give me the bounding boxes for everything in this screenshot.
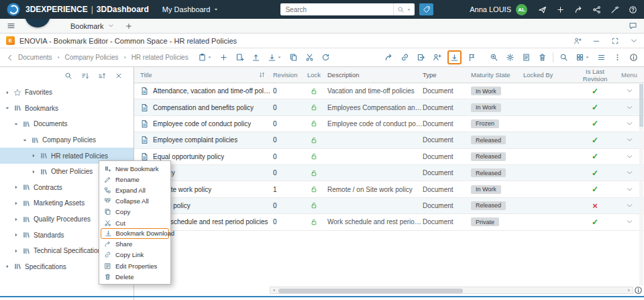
document-title[interactable]: Compensation and benefits policy — [153, 104, 254, 111]
column-header-type[interactable]: Type — [423, 71, 471, 79]
tree-item-documents[interactable]: Documents — [0, 116, 133, 132]
sort-desc-icon[interactable] — [98, 72, 106, 80]
grid-view-button[interactable] — [576, 53, 590, 62]
menu-item-share[interactable]: Share — [99, 239, 170, 250]
caret-right-icon[interactable] — [31, 153, 36, 158]
row-menu-button[interactable] — [626, 87, 633, 95]
copy-button[interactable] — [289, 53, 298, 62]
caret-down-icon[interactable] — [13, 121, 19, 127]
menu-dots-button[interactable] — [613, 53, 622, 62]
menu-item-cut[interactable]: Cut — [99, 217, 170, 228]
minimize-icon[interactable] — [592, 37, 600, 45]
search-input[interactable] — [280, 3, 393, 15]
dashboard-switcher[interactable]: My Dashboard — [162, 5, 219, 13]
document-title[interactable]: Employee complaint policies — [153, 136, 237, 144]
row-menu-button[interactable] — [626, 169, 633, 177]
caret-right-icon[interactable] — [13, 185, 19, 190]
row-menu-button[interactable] — [626, 153, 633, 160]
row-menu-button[interactable] — [626, 120, 633, 128]
trash-button[interactable] — [538, 53, 547, 62]
close-icon[interactable] — [115, 72, 123, 80]
table-row[interactable]: Employee complaint policies0DocumentRele… — [134, 132, 644, 148]
user-name[interactable]: Anna LOUIS — [470, 5, 511, 13]
table-row[interactable]: Privacy0DocumentReleased✓ — [134, 165, 644, 181]
add-tab-button[interactable] — [125, 22, 133, 30]
row-menu-button[interactable] — [626, 104, 633, 111]
lock-open-icon[interactable] — [310, 152, 318, 160]
caret-right-icon[interactable] — [13, 217, 19, 222]
caret-right-icon[interactable] — [31, 169, 36, 174]
fullscreen-icon[interactable] — [611, 37, 619, 45]
caret-down-icon[interactable] — [5, 105, 10, 111]
export-button[interactable] — [417, 53, 425, 62]
refresh-button[interactable] — [321, 53, 330, 62]
menu-item-bookmark-download[interactable]: Bookmark Download — [101, 228, 169, 239]
menu-item-collapse-all[interactable]: Collapse All — [99, 196, 170, 207]
chevron-down-icon[interactable] — [630, 37, 638, 45]
lock-open-icon[interactable] — [310, 87, 318, 95]
lock-open-icon[interactable] — [310, 136, 318, 144]
breadcrumb-item-documents[interactable]: Documents — [18, 54, 52, 61]
document-title[interactable]: Attendance, vacation and time-off polici… — [153, 87, 271, 95]
caret-right-icon[interactable] — [5, 90, 10, 95]
row-menu-button[interactable] — [626, 218, 633, 226]
scroll-left-icon[interactable] — [272, 288, 276, 293]
caret-right-icon[interactable] — [13, 232, 19, 238]
share-icon[interactable] — [574, 5, 583, 14]
table-row[interactable]: Work schedule and rest period policies0W… — [134, 214, 644, 230]
cut-button[interactable] — [305, 53, 314, 62]
table-row[interactable]: Travel policy0DocumentReleased× — [134, 198, 644, 214]
column-header-title[interactable]: Title — [134, 71, 271, 79]
lock-open-icon[interactable] — [310, 201, 318, 209]
sort-icon[interactable] — [258, 71, 266, 79]
column-header-locked-by[interactable]: Locked By — [523, 71, 576, 79]
column-header-description[interactable]: Description — [327, 71, 423, 79]
share-button[interactable] — [384, 53, 393, 62]
scrollbar-thumb[interactable] — [639, 84, 643, 127]
document-title[interactable]: Employee code of conduct policy — [153, 120, 251, 128]
sort-asc-icon[interactable] — [81, 72, 89, 80]
column-header-maturity-state[interactable]: Maturity State — [471, 71, 523, 79]
breadcrumb-item-hr-related-policies[interactable]: HR related Policies — [131, 54, 189, 61]
copy-add-button[interactable] — [235, 53, 244, 62]
table-row[interactable]: Remote work policy1Remote / on Site work… — [134, 181, 644, 197]
lock-open-icon[interactable] — [310, 169, 318, 177]
menu-item-rename[interactable]: Rename — [99, 174, 170, 185]
column-header-revision[interactable]: Revision — [271, 71, 301, 79]
tree-item-bookmarks[interactable]: Bookmarks — [0, 101, 133, 117]
add-icon[interactable] — [556, 5, 565, 14]
download-menu-button[interactable] — [268, 53, 282, 62]
caret-right-icon[interactable] — [13, 201, 19, 206]
tag-button[interactable] — [419, 3, 433, 15]
breadcrumb-item-company-policies[interactable]: Company Policies — [65, 54, 119, 61]
lock-open-icon[interactable] — [310, 103, 318, 111]
caret-right-icon[interactable] — [13, 248, 19, 254]
wand-icon[interactable] — [610, 5, 619, 14]
clipboard-button[interactable] — [198, 53, 212, 62]
share-network-icon[interactable] — [592, 5, 601, 14]
lock-open-icon[interactable] — [310, 119, 318, 128]
hamburger-menu-icon[interactable] — [7, 21, 15, 30]
add-button[interactable] — [219, 53, 228, 62]
magnifier-button[interactable] — [559, 53, 568, 62]
document-title[interactable]: Equal opportunity policy — [153, 153, 224, 160]
table-row[interactable]: Equal opportunity policy0DocumentRelease… — [134, 149, 644, 165]
column-header-is-last-revision[interactable]: Is Last Revision — [576, 68, 614, 83]
flag-button[interactable] — [468, 53, 476, 62]
menu-item-expand-all[interactable]: Expand All — [99, 185, 170, 195]
column-header-menu[interactable]: Menu — [614, 71, 644, 79]
tab-bookmark[interactable]: Bookmark — [70, 22, 114, 30]
info-button[interactable] — [629, 53, 638, 62]
lock-open-icon[interactable] — [310, 185, 318, 193]
tree-item-company-policies[interactable]: Company Policies — [0, 132, 133, 148]
lock-open-icon[interactable] — [310, 218, 318, 226]
caret-right-icon[interactable] — [5, 264, 10, 269]
scrollbar-thumb[interactable] — [278, 289, 463, 293]
table-row[interactable]: Compensation and benefits policy0Employe… — [134, 99, 644, 115]
magnifier-icon[interactable] — [64, 72, 72, 80]
add-person-icon[interactable] — [574, 37, 582, 45]
back-icon[interactable] — [6, 54, 14, 62]
table-row[interactable]: Attendance, vacation and time-off polici… — [134, 83, 644, 99]
vertical-scrollbar[interactable] — [639, 84, 643, 285]
help-icon[interactable] — [629, 5, 637, 14]
